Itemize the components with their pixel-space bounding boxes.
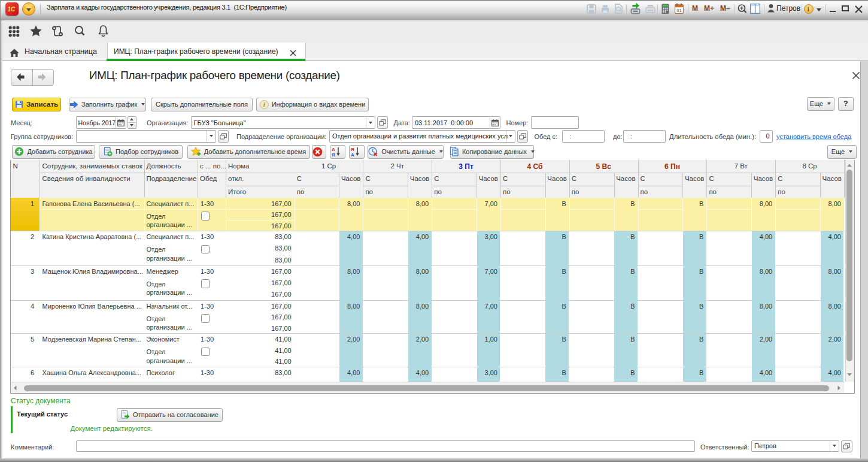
svg-text:31: 31 bbox=[676, 8, 681, 13]
svg-text:Я: Я bbox=[332, 152, 335, 157]
svg-text:А: А bbox=[351, 152, 354, 157]
svg-text:i: i bbox=[263, 101, 265, 108]
